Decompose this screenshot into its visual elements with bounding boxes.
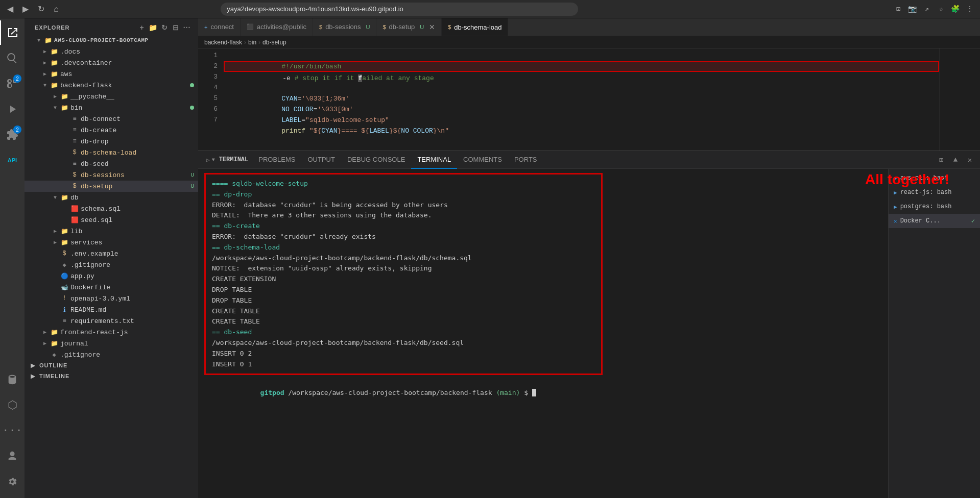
breadcrumb-db-setup[interactable]: db-setup xyxy=(262,39,286,46)
tree-app-py[interactable]: ▶ 🔵 app.py xyxy=(25,270,198,282)
screenshot-icon[interactable]: 📷 xyxy=(906,3,919,15)
share-icon[interactable]: ↗ xyxy=(921,3,933,15)
tree-db-setup[interactable]: ▶ $ db-setup U xyxy=(25,181,198,192)
activity-more[interactable]: ··· xyxy=(0,418,25,443)
schema-sql-icon: 🟥 xyxy=(70,205,79,213)
tab-db-sessions[interactable]: $ db-sessions U xyxy=(313,18,376,36)
activity-source-control[interactable]: 2 xyxy=(0,71,25,96)
activity-search[interactable] xyxy=(0,46,25,70)
nav-back-button[interactable]: ◀ xyxy=(4,3,16,15)
session-postgres[interactable]: ▶ postgres: bash xyxy=(889,200,980,214)
line-num-7: 7 xyxy=(198,115,218,126)
tree-services[interactable]: ▶ 📁 services xyxy=(25,237,198,248)
tree-seed-sql[interactable]: ▶ 🟥 seed.sql xyxy=(25,214,198,226)
dockerfile-icon: 🐋 xyxy=(60,283,68,291)
tree-env-example[interactable]: ▶ $ .env.example xyxy=(25,248,198,259)
panel-header-arrow[interactable]: ▼ xyxy=(212,157,215,163)
db-schema-load-icon: $ xyxy=(70,148,79,157)
collapse-icon[interactable]: ⊟ xyxy=(171,22,181,33)
tree-db[interactable]: ▼ 📁 db xyxy=(25,192,198,203)
tree-dockerfile[interactable]: ▶ 🐋 Dockerfile xyxy=(25,282,198,293)
more-actions-icon[interactable]: ··· xyxy=(182,22,192,33)
journal-arrow: ▶ xyxy=(41,339,49,347)
new-folder-icon[interactable]: 📁 xyxy=(148,22,158,33)
tree-aws[interactable]: ▶ 📁 aws xyxy=(25,68,198,80)
terminal-content[interactable]: ==== sqldb-welcome-setup == dp-drop ERRO… xyxy=(198,169,888,498)
tab-ports[interactable]: PORTS xyxy=(508,151,543,169)
tree-lib[interactable]: ▶ 📁 lib xyxy=(25,226,198,237)
tab-problems[interactable]: PROBLEMS xyxy=(252,151,301,169)
tree-devcontainer[interactable]: ▶ 📁 .devcontainer xyxy=(25,57,198,68)
bin-modified-dot xyxy=(190,106,194,110)
session-docker[interactable]: ✕ Docker C... ✓ xyxy=(889,214,980,228)
tab-connect[interactable]: + connect xyxy=(198,18,241,36)
tree-db-seed[interactable]: ▶ ≡ db-seed xyxy=(25,158,198,169)
panel-collapse-icon[interactable]: ▷ xyxy=(206,157,210,163)
breadcrumb-bin[interactable]: bin xyxy=(248,39,256,46)
tab-comments[interactable]: COMMENTS xyxy=(457,151,508,169)
activity-api[interactable]: API xyxy=(0,148,25,172)
tree-gitignore-root[interactable]: ▶ ◆ .gitignore xyxy=(25,349,198,360)
terminal-prompt[interactable]: gitpod /workspace/aws-cloud-project-boot… xyxy=(204,377,882,409)
tree-schema-sql[interactable]: ▶ 🟥 schema.sql xyxy=(25,203,198,214)
tree-db-schema-load[interactable]: ▶ $ db-schema-load xyxy=(25,147,198,158)
tree-db-connect[interactable]: ▶ ≡ db-connect xyxy=(25,113,198,124)
cast-icon[interactable]: ⊡ xyxy=(892,3,904,15)
tab-activities[interactable]: ⬛ activities@public xyxy=(241,18,313,36)
tree-db-sessions[interactable]: ▶ $ db-sessions U xyxy=(25,169,198,181)
panel-maximize-icon[interactable]: ▲ xyxy=(949,154,962,166)
vscode-layout: 2 2 API ⬡ ··· EXPLORER xyxy=(0,18,980,498)
tab-db-schema-load[interactable]: $ db-schema-load xyxy=(442,18,508,36)
tab-db-setup[interactable]: $ db-setup U ✕ xyxy=(376,18,442,36)
activity-docker[interactable]: ⬡ xyxy=(0,393,25,417)
tree-openapi[interactable]: ▶ ! openapi-3.0.yml xyxy=(25,293,198,304)
star-icon[interactable]: ☆ xyxy=(935,3,947,15)
activity-database[interactable] xyxy=(0,367,25,392)
db-icon: 📁 xyxy=(60,193,68,202)
editor-content[interactable]: #!/usr/bin/bash -e # stop it if it faile… xyxy=(224,48,939,151)
breadcrumb-sep-1: › xyxy=(244,39,246,46)
root-label: AWS-CLOUD-PROJECT-BOOTCAMP xyxy=(54,37,198,43)
db-setup-close-button[interactable]: ✕ xyxy=(429,23,435,31)
tree-pycache[interactable]: ▶ 📁 __pycache__ xyxy=(25,91,198,102)
tree-readme[interactable]: ▶ ℹ README.md xyxy=(25,304,198,315)
session-react-js[interactable]: ▶ react-js: bash xyxy=(889,185,980,200)
activity-extensions[interactable]: 2 xyxy=(0,122,25,147)
menu-icon[interactable]: ⋮ xyxy=(964,3,976,15)
schema-sql-label: schema.sql xyxy=(81,205,198,213)
tree-db-drop[interactable]: ▶ ≡ db-drop xyxy=(25,136,198,147)
nav-home-button[interactable]: ⌂ xyxy=(50,3,62,15)
session-aws-cli[interactable]: ▶ aws-cli: bash xyxy=(889,171,980,185)
activity-account[interactable] xyxy=(0,444,25,468)
problems-tab-label: PROBLEMS xyxy=(258,156,295,163)
panel-split-icon[interactable]: ⊞ xyxy=(935,154,947,166)
tab-debug-console[interactable]: DEBUG CONSOLE xyxy=(341,151,411,169)
terminal-line-7: == db-schema-load xyxy=(212,242,595,253)
tree-root[interactable]: ▼ 📁 AWS-CLOUD-PROJECT-BOOTCAMP xyxy=(25,35,198,46)
url-bar[interactable]: yaya2devops-awscloudpro-4m1ousn13kd.ws-e… xyxy=(221,3,578,16)
nav-refresh-button[interactable]: ↻ xyxy=(35,3,47,15)
timeline-section[interactable]: ▶ TIMELINE xyxy=(25,371,198,382)
activity-explorer[interactable] xyxy=(0,20,25,45)
tree-bin[interactable]: ▼ 📁 bin xyxy=(25,102,198,113)
tree-backend-flask[interactable]: ▼ 📁 backend-flask xyxy=(25,80,198,91)
tab-output[interactable]: OUTPUT xyxy=(302,151,341,169)
nav-forward-button[interactable]: ▶ xyxy=(19,3,32,15)
tree-requirements[interactable]: ▶ ≡ requirements.txt xyxy=(25,315,198,327)
docs-arrow: ▶ xyxy=(41,47,49,56)
activity-settings[interactable] xyxy=(0,469,25,494)
extensions-icon[interactable]: 🧩 xyxy=(949,3,962,15)
panel-close-icon[interactable]: ✕ xyxy=(964,154,976,166)
activity-run[interactable] xyxy=(0,97,25,121)
new-file-icon[interactable]: + xyxy=(137,22,147,33)
outline-section[interactable]: ▶ OUTLINE xyxy=(25,360,198,371)
tree-frontend[interactable]: ▶ 📁 frontend-react-js xyxy=(25,327,198,338)
tree-db-create[interactable]: ▶ ≡ db-create xyxy=(25,124,198,136)
breadcrumb-backend[interactable]: backend-flask xyxy=(204,39,242,46)
tree-journal[interactable]: ▶ 📁 journal xyxy=(25,338,198,349)
terminal-tab-label: TERMINAL xyxy=(417,156,451,163)
refresh-icon[interactable]: ↻ xyxy=(159,22,170,33)
tree-gitignore-backend[interactable]: ▶ ◆ .gitignore xyxy=(25,259,198,270)
tree-docs[interactable]: ▶ 📁 .docs xyxy=(25,46,198,57)
tab-terminal[interactable]: TERMINAL xyxy=(411,151,457,169)
